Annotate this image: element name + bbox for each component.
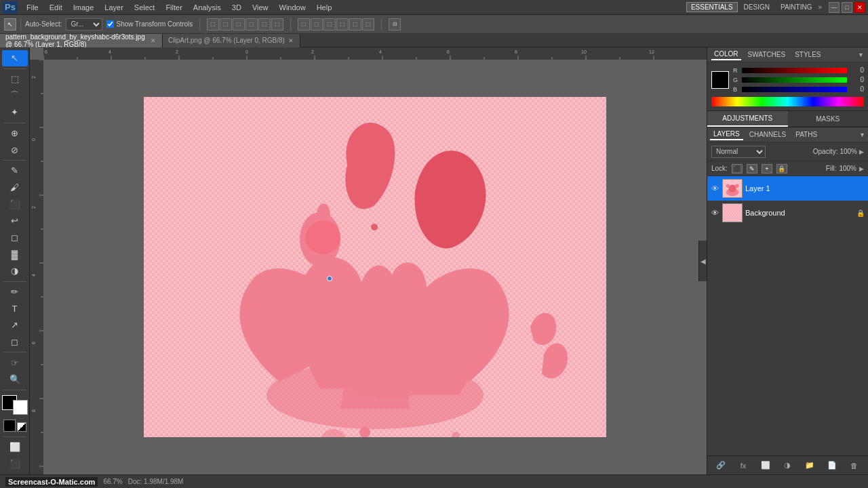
adjustments-tab[interactable]: ADJUSTMENTS <box>707 111 788 127</box>
workspace-essentials[interactable]: ESSENTIALS <box>686 2 738 12</box>
menu-help[interactable]: Help <box>312 2 337 13</box>
menu-file[interactable]: File <box>22 2 43 13</box>
hand-tool-btn[interactable]: ☞ <box>2 354 28 371</box>
menu-image[interactable]: Image <box>68 2 99 13</box>
align-hcenter[interactable]: ⬚ <box>258 18 271 30</box>
auto-select-dropdown[interactable]: Gr... Layer Group <box>66 18 102 30</box>
path-select-btn[interactable]: ↗ <box>2 317 28 333</box>
swatches-tab[interactable]: SWATCHES <box>745 49 789 60</box>
swap-colors-btn[interactable] <box>17 422 26 432</box>
align-bottom[interactable]: ⬚ <box>233 18 245 30</box>
layers-tab[interactable]: LAYERS <box>710 129 743 140</box>
layer-mask-btn[interactable]: ⬜ <box>760 460 772 472</box>
lasso-tool-btn[interactable]: ⌒ <box>2 87 28 104</box>
eyedropper-btn[interactable]: ⊘ <box>2 142 28 158</box>
menu-filter[interactable]: Filter <box>161 2 186 13</box>
main-color-swatch[interactable] <box>711 71 729 89</box>
lock-all-btn[interactable]: + <box>762 164 772 174</box>
brush-tool-btn[interactable]: 🖌 <box>2 180 28 196</box>
align-vcenter[interactable]: ⬚ <box>220 18 232 30</box>
workspace-more[interactable]: » <box>818 3 822 11</box>
blue-slider[interactable] <box>742 87 847 92</box>
tab-pattern-bg[interactable]: pattern_background_by_keyshabc-d6r3ots.j… <box>0 34 163 47</box>
layer-item-bg[interactable]: 👁 Bac <box>707 201 868 225</box>
layer-style-btn[interactable]: fx <box>737 460 749 472</box>
move-tool-btn[interactable]: ↖ <box>2 50 28 66</box>
align-left[interactable]: ⬚ <box>245 18 258 30</box>
eraser-btn[interactable]: ◻ <box>2 230 28 246</box>
fill-arrow[interactable]: ▶ <box>859 165 864 172</box>
quick-mask-btn[interactable]: ⬜ <box>2 439 28 455</box>
green-slider[interactable] <box>742 77 847 83</box>
tab-clipart-close[interactable]: ✕ <box>288 37 294 44</box>
gradient-btn[interactable]: ▓ <box>2 246 28 262</box>
type-tool-btn[interactable]: T <box>2 300 28 317</box>
layer-item-1[interactable]: 👁 Layer 1 <box>707 176 868 201</box>
background-color[interactable] <box>13 400 28 415</box>
lock-pixel-btn[interactable]: ⬛ <box>732 164 743 174</box>
show-transform-checkbox[interactable] <box>106 20 114 28</box>
workspace-design[interactable]: DESIGN <box>739 2 774 12</box>
spectrum-bar[interactable] <box>711 97 864 106</box>
delete-layer-btn[interactable]: 🗑 <box>848 460 861 472</box>
panel-collapse-btn[interactable]: ◀ <box>698 241 707 281</box>
tab-clipart-label: ClipArt.png @ 66.7% (Layer 0, RGB/8) <box>168 37 285 44</box>
canvas-content[interactable] <box>43 60 707 474</box>
layer-1-visibility[interactable]: 👁 <box>710 184 719 193</box>
workspace-painting[interactable]: PAINTING <box>776 2 816 12</box>
pen-tool-btn[interactable]: ✏ <box>2 284 28 300</box>
menu-select[interactable]: Select <box>130 2 160 13</box>
menu-window[interactable]: Window <box>275 2 311 13</box>
default-colors-btn[interactable] <box>3 420 16 432</box>
dist-hcenter[interactable]: ⬚ <box>349 18 361 30</box>
blend-mode-dropdown[interactable]: Normal Multiply Screen Overlay <box>711 146 766 158</box>
menu-analysis[interactable]: Analysis <box>189 2 226 13</box>
layer-bg-lock-icon: 🔒 <box>856 208 865 218</box>
link-layers-btn[interactable]: 🔗 <box>715 460 727 472</box>
history-brush-btn[interactable]: ↩ <box>2 213 28 229</box>
dist-top[interactable]: ⬚ <box>298 18 310 30</box>
layers-panel-collapse[interactable]: ▼ <box>859 131 865 138</box>
new-group-btn[interactable]: 📁 <box>804 460 816 472</box>
adjustment-layer-btn[interactable]: ◑ <box>781 460 793 472</box>
layer-bg-visibility[interactable]: 👁 <box>710 208 719 218</box>
masks-tab[interactable]: MASKS <box>788 111 869 127</box>
align-right[interactable]: ⬚ <box>271 18 283 30</box>
healing-brush-btn[interactable]: ✎ <box>2 163 28 179</box>
maximize-button[interactable]: □ <box>842 2 852 13</box>
shape-tool-btn[interactable]: ◻ <box>2 334 28 350</box>
red-slider[interactable] <box>742 68 847 73</box>
menu-3d[interactable]: 3D <box>227 2 246 13</box>
tab-clipart[interactable]: ClipArt.png @ 66.7% (Layer 0, RGB/8) ✕ <box>163 34 300 47</box>
close-button[interactable]: ✕ <box>854 2 865 13</box>
marquee-tool-btn[interactable]: ⬚ <box>2 71 28 87</box>
menu-layer[interactable]: Layer <box>100 2 128 13</box>
magic-wand-btn[interactable]: ✦ <box>2 104 28 121</box>
auto-align-btn[interactable]: ⊟ <box>389 18 401 30</box>
dist-vcenter[interactable]: ⬚ <box>311 18 323 30</box>
fill-label: Fill: <box>826 165 837 172</box>
dist-right[interactable]: ⬚ <box>362 18 374 30</box>
lock-position-btn[interactable]: ✎ <box>747 164 757 174</box>
dist-left[interactable]: ⬚ <box>336 18 349 30</box>
zoom-tool-btn[interactable]: 🔍 <box>2 371 28 388</box>
crop-tool-btn[interactable]: ⊕ <box>2 125 28 142</box>
styles-tab[interactable]: STYLES <box>792 49 823 60</box>
channels-tab[interactable]: CHANNELS <box>746 129 789 140</box>
align-top[interactable]: ⬚ <box>207 18 219 30</box>
stamp-tool-btn[interactable]: ⬛ <box>2 196 28 212</box>
opacity-arrow[interactable]: ▶ <box>859 148 864 155</box>
menu-view[interactable]: View <box>248 2 273 13</box>
lock-transparent-btn[interactable]: 🔒 <box>776 164 787 174</box>
color-tab[interactable]: COLOR <box>711 49 741 60</box>
new-layer-btn[interactable]: 📄 <box>826 460 838 472</box>
minimize-button[interactable]: — <box>829 2 840 13</box>
color-panel-collapse[interactable]: ▼ <box>858 52 864 58</box>
tab-pattern-bg-close[interactable]: ✕ <box>150 37 157 44</box>
paths-tab[interactable]: PATHS <box>792 129 821 140</box>
menu-edit[interactable]: Edit <box>45 2 67 13</box>
dodge-btn[interactable]: ◑ <box>2 263 28 279</box>
change-screen-btn[interactable]: ⬛ <box>2 455 28 472</box>
dist-bottom[interactable]: ⬚ <box>323 18 336 30</box>
tool-preset-picker[interactable]: ↖ <box>4 18 16 30</box>
